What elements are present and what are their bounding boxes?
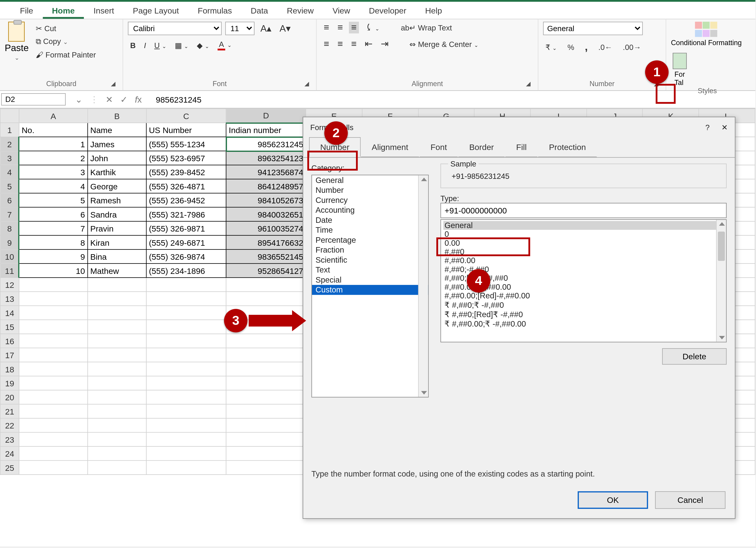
tab-developer[interactable]: Developer xyxy=(359,2,416,19)
cell[interactable] xyxy=(88,320,146,334)
cell[interactable] xyxy=(226,277,306,291)
font-color-button[interactable]: A ⌄ xyxy=(215,39,234,52)
cell[interactable]: 1 xyxy=(19,137,88,151)
row-head-5[interactable]: 5 xyxy=(0,179,19,193)
wrap-text-button[interactable]: ab↵ Wrap Text xyxy=(398,22,454,33)
cell[interactable] xyxy=(226,446,306,460)
category-item-accounting[interactable]: Accounting xyxy=(312,205,428,215)
cell[interactable] xyxy=(146,306,226,320)
clipboard-dialog-launcher[interactable]: ◢ xyxy=(111,80,119,89)
paste-button[interactable]: Paste ⌄ xyxy=(5,22,29,61)
cell[interactable] xyxy=(146,348,226,362)
increase-font-icon[interactable]: A▴ xyxy=(258,23,274,34)
cell[interactable] xyxy=(19,418,88,432)
font-size-select[interactable]: 11 xyxy=(225,22,255,35)
format-item[interactable]: #,##0.00;[Red]-#,##0.00 xyxy=(443,291,724,300)
row-head-2[interactable]: 2 xyxy=(0,137,19,151)
font-name-select[interactable]: Calibri xyxy=(128,22,222,35)
cell[interactable]: (555) 236-9452 xyxy=(146,193,226,207)
cell[interactable] xyxy=(88,446,146,460)
cell[interactable]: (555) 239-8452 xyxy=(146,165,226,179)
cell[interactable] xyxy=(226,334,306,348)
dlg-tab-border[interactable]: Border xyxy=(458,137,505,157)
cell[interactable]: Indian number xyxy=(226,123,306,137)
formats-scrollbar[interactable] xyxy=(716,220,726,342)
cell[interactable]: James xyxy=(88,137,146,151)
cell[interactable]: Ramesh xyxy=(88,193,146,207)
cell-active[interactable]: 9856231245 xyxy=(226,137,306,151)
cell[interactable]: Sandra xyxy=(88,207,146,221)
underline-button[interactable]: U ⌄ xyxy=(152,40,169,51)
format-painter-button[interactable]: 🖌 Format Painter xyxy=(33,49,98,60)
cell[interactable] xyxy=(226,390,306,404)
dialog-titlebar[interactable]: Format Cells ? ✕ xyxy=(303,117,735,137)
cell[interactable] xyxy=(146,446,226,460)
align-right-icon[interactable]: ≡ xyxy=(349,38,359,50)
cell[interactable] xyxy=(88,362,146,376)
align-bottom-icon[interactable]: ≡ xyxy=(349,22,359,33)
cell[interactable] xyxy=(146,277,226,291)
cell[interactable]: 7 xyxy=(19,221,88,235)
cell[interactable] xyxy=(88,306,146,320)
cell[interactable]: John xyxy=(88,151,146,165)
cell[interactable] xyxy=(88,334,146,348)
cell[interactable] xyxy=(19,390,88,404)
cell[interactable] xyxy=(19,376,88,390)
cell[interactable]: (555) 321-7986 xyxy=(146,207,226,221)
cell[interactable]: Mathew xyxy=(88,264,146,277)
cell[interactable]: No. xyxy=(19,123,88,137)
cell[interactable] xyxy=(19,362,88,376)
tab-file[interactable]: File xyxy=(11,2,43,19)
row-head-8[interactable]: 8 xyxy=(0,221,19,235)
category-item-date[interactable]: Date xyxy=(312,215,428,225)
tab-review[interactable]: Review xyxy=(277,2,323,19)
close-icon[interactable]: ✕ xyxy=(721,123,728,132)
formula-input[interactable] xyxy=(151,93,756,105)
cell[interactable]: 3 xyxy=(19,165,88,179)
bold-button[interactable]: B xyxy=(128,40,138,51)
col-head-a[interactable]: A xyxy=(19,109,88,123)
align-middle-icon[interactable]: ≡ xyxy=(335,22,345,33)
cell[interactable]: (555) 326-4871 xyxy=(146,179,226,193)
italic-button[interactable]: I xyxy=(142,40,148,51)
col-head-c[interactable]: C xyxy=(146,109,226,123)
cell[interactable]: 9841052673 xyxy=(226,193,306,207)
category-item-text[interactable]: Text xyxy=(312,265,428,275)
conditional-formatting-button[interactable]: Conditional Formatting xyxy=(671,22,742,47)
help-icon[interactable]: ? xyxy=(705,123,710,132)
row-head-7[interactable]: 7 xyxy=(0,207,19,221)
row-head-17[interactable]: 17 xyxy=(0,348,19,362)
tab-home[interactable]: Home xyxy=(43,2,84,19)
cancel-entry-icon[interactable]: ✕ xyxy=(106,94,113,105)
cell[interactable]: Karthik xyxy=(88,165,146,179)
dlg-tab-font[interactable]: Font xyxy=(419,137,458,157)
alignment-dialog-launcher[interactable]: ◢ xyxy=(526,80,534,89)
category-list[interactable]: General Number Currency Accounting Date … xyxy=(311,175,429,397)
cell[interactable] xyxy=(146,418,226,432)
cell[interactable] xyxy=(226,348,306,362)
cell[interactable] xyxy=(226,432,306,446)
fill-color-button[interactable]: ◆ ⌄ xyxy=(194,40,212,51)
cell[interactable] xyxy=(146,390,226,404)
cell[interactable] xyxy=(88,348,146,362)
cell[interactable] xyxy=(146,432,226,446)
decrease-indent-icon[interactable]: ⇤ xyxy=(362,38,375,50)
cell[interactable] xyxy=(19,348,88,362)
cell[interactable] xyxy=(226,460,306,474)
cell[interactable] xyxy=(226,418,306,432)
row-head-16[interactable]: 16 xyxy=(0,334,19,348)
row-head-25[interactable]: 25 xyxy=(0,460,19,474)
copy-button[interactable]: ⧉ Copy ⌄ xyxy=(33,36,98,47)
cell[interactable]: 10 xyxy=(19,264,88,277)
namebox-dropdown-icon[interactable]: ⌄ xyxy=(75,94,83,105)
format-item[interactable]: ₹ #,##0;₹ -#,##0 xyxy=(443,300,724,309)
row-head-11[interactable]: 11 xyxy=(0,264,19,277)
align-top-icon[interactable]: ≡ xyxy=(321,22,331,33)
row-head-22[interactable]: 22 xyxy=(0,418,19,432)
category-item-special[interactable]: Special xyxy=(312,275,428,285)
increase-decimal-button[interactable]: .0← xyxy=(596,42,615,53)
format-item[interactable]: ₹ #,##0;[Red]₹ -#,##0 xyxy=(443,309,724,319)
cell[interactable] xyxy=(146,404,226,418)
dlg-tab-protection[interactable]: Protection xyxy=(538,137,597,157)
category-item-custom[interactable]: Custom xyxy=(312,285,428,295)
